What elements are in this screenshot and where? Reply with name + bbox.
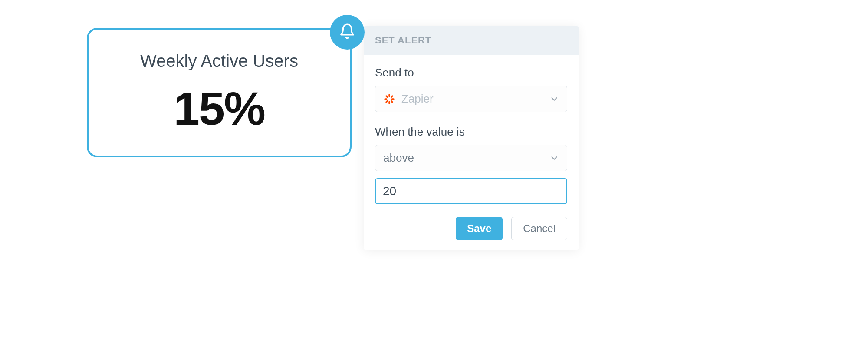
alert-panel: SET ALERT Send to — [364, 26, 579, 250]
send-to-value: Zapier — [401, 92, 434, 106]
send-to-select[interactable]: Zapier — [375, 86, 567, 112]
svg-rect-0 — [388, 94, 390, 97]
send-to-label: Send to — [375, 66, 567, 80]
svg-rect-5 — [385, 100, 388, 103]
save-button[interactable]: Save — [456, 217, 503, 240]
bell-icon — [339, 23, 355, 41]
svg-rect-2 — [384, 98, 387, 100]
chevron-down-icon — [549, 94, 559, 104]
condition-operator-select[interactable]: above — [375, 145, 567, 171]
cancel-button[interactable]: Cancel — [511, 217, 567, 240]
alert-panel-header: SET ALERT — [364, 26, 579, 55]
zapier-icon — [383, 93, 395, 105]
metric-card: Weekly Active Users 15% — [87, 28, 352, 157]
chevron-down-icon — [549, 153, 559, 163]
condition-label: When the value is — [375, 125, 567, 139]
svg-rect-1 — [388, 101, 390, 104]
svg-rect-7 — [390, 100, 393, 103]
alert-bell-button[interactable] — [330, 15, 365, 50]
svg-rect-4 — [390, 95, 393, 98]
condition-value-input[interactable] — [375, 178, 567, 204]
svg-rect-6 — [385, 95, 388, 98]
metric-title: Weekly Active Users — [140, 51, 298, 71]
metric-value: 15% — [174, 81, 265, 136]
condition-operator-value: above — [383, 151, 414, 165]
alert-panel-body: Send to — [364, 55, 579, 209]
alert-panel-footer: Save Cancel — [364, 209, 579, 250]
svg-rect-3 — [391, 98, 395, 100]
